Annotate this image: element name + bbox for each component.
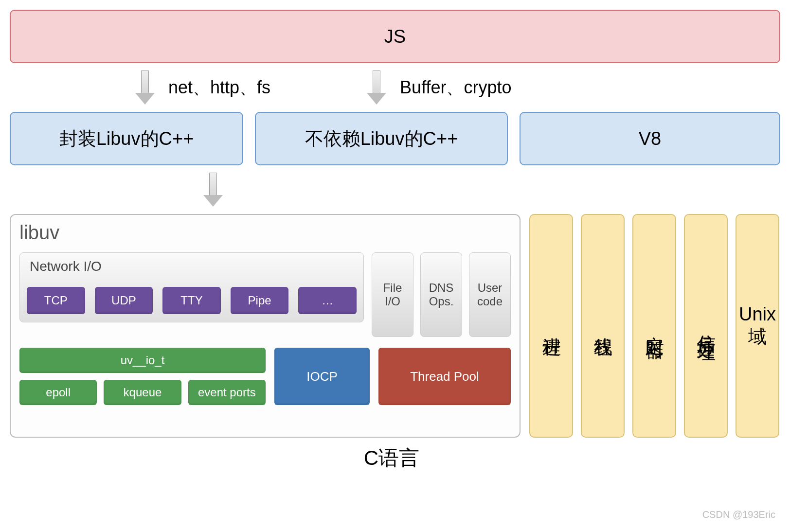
- box-thread-pool: Thread Pool: [378, 348, 511, 405]
- js-box: JS: [10, 10, 780, 63]
- col-2: 定时器: [632, 214, 676, 438]
- impl-epoll: epoll: [19, 380, 97, 405]
- pill-user-code: User code: [469, 252, 511, 337]
- proto-…: …: [298, 287, 357, 314]
- col-4: Unix域: [736, 214, 779, 438]
- proto-tcp: TCP: [27, 287, 85, 314]
- arrow-label-right: Buffer、crypto: [400, 76, 511, 100]
- arrow-down-icon: [136, 71, 154, 105]
- box-uv-io-t: uv__io_t: [19, 348, 266, 373]
- arrow-label-left: net、http、fs: [168, 76, 270, 100]
- col-0: 进程: [529, 214, 573, 438]
- col-3: 信号处理: [684, 214, 728, 438]
- box-v8: V8: [520, 112, 780, 165]
- impl-kqueue: kqueue: [104, 380, 181, 405]
- box-iocp: IOCP: [274, 348, 370, 405]
- bottom-c-label: C语言: [136, 444, 647, 472]
- arrow-row-1: net、http、fs Buffer、crypto: [10, 63, 780, 112]
- network-io-box: Network I/O TCPUDPTTYPipe…: [19, 252, 364, 322]
- col-1: 线程: [581, 214, 625, 438]
- arrow-row-2: [10, 165, 780, 214]
- pill-dns-ops-: DNS Ops.: [420, 252, 462, 337]
- proto-tty: TTY: [162, 287, 221, 314]
- box-nolibuv-cpp: 不依赖Libuv的C++: [255, 112, 508, 165]
- layer-js-row: JS: [10, 10, 780, 63]
- layer-cpp-row: 封装Libuv的C++ 不依赖Libuv的C++ V8: [10, 112, 780, 165]
- box-libuv-cpp: 封装Libuv的C++: [10, 112, 243, 165]
- network-io-title: Network I/O: [30, 259, 357, 274]
- arrow-down-icon: [368, 71, 385, 105]
- libuv-container: libuv Network I/O TCPUDPTTYPipe… File I/…: [10, 214, 521, 438]
- arrow-down-icon: [204, 173, 222, 207]
- impl-event-ports: event ports: [188, 380, 266, 405]
- libuv-title: libuv: [19, 222, 511, 244]
- layer-c-row: libuv Network I/O TCPUDPTTYPipe… File I/…: [10, 214, 780, 438]
- proto-pipe: Pipe: [231, 287, 289, 314]
- pill-file-i-o: File I/O: [372, 252, 413, 337]
- proto-udp: UDP: [95, 287, 153, 314]
